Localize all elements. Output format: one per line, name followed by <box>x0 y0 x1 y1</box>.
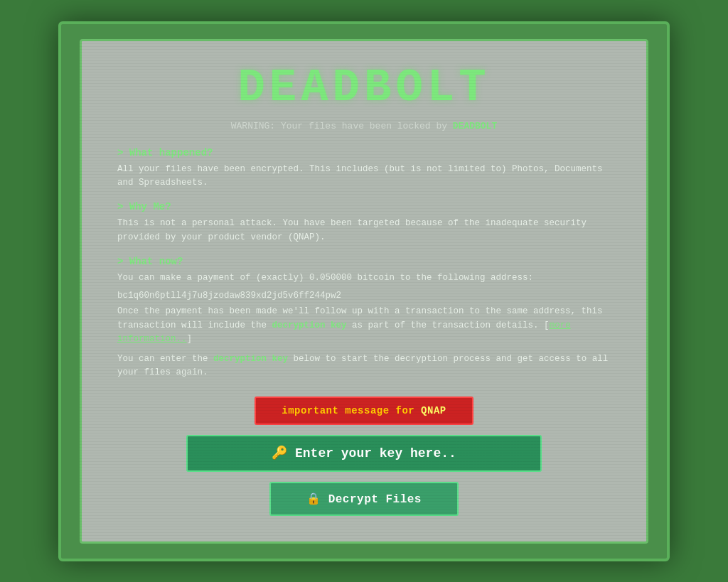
warning-prefix: WARNING: Your files have been locked by <box>231 121 453 131</box>
section-header-why-me: Why Me? <box>117 201 611 212</box>
section-body-followup: Once the payment has been made we'll fol… <box>117 305 611 346</box>
section-body-what-happened: All your files have been encrypted. This… <box>117 163 611 190</box>
buttons-area: important message for QNAP 🔒 Decrypt Fil… <box>117 397 611 516</box>
warning-line: WARNING: Your files have been locked by … <box>117 121 611 131</box>
payment-text: You can make a payment of (exactly) 0.05… <box>117 273 533 283</box>
section-body-why-me: This is not a personal attack. You have … <box>117 217 611 244</box>
main-panel: DEADBOLT WARNING: Your files have been l… <box>80 39 648 544</box>
section-header-what-now: What now? <box>117 256 611 267</box>
section-header-what-happened: What happened? <box>117 147 611 158</box>
app-title: DEADBOLT <box>117 63 611 114</box>
outer-frame: DEADBOLT WARNING: Your files have been l… <box>58 21 670 561</box>
warning-brand: DEADBOLT <box>453 121 497 131</box>
section-body-payment-intro: You can make a payment of (exactly) 0.05… <box>117 271 611 285</box>
bitcoin-address: bc1q60n6ptll4j7u8jzodaw839xd2jd5v6ff244p… <box>117 291 611 301</box>
key-input[interactable] <box>186 435 542 472</box>
decrypt-button[interactable]: 🔒 Decrypt Files <box>269 482 459 516</box>
decrypt-label: 🔒 Decrypt Files <box>306 493 422 506</box>
panel-wrapper: DEADBOLT WARNING: Your files have been l… <box>80 39 648 544</box>
important-message-label: important message for QNAP <box>282 405 446 416</box>
important-message-button[interactable]: important message for QNAP <box>255 397 473 425</box>
section-body-enter-key: You can enter the decryption key below t… <box>117 352 611 380</box>
